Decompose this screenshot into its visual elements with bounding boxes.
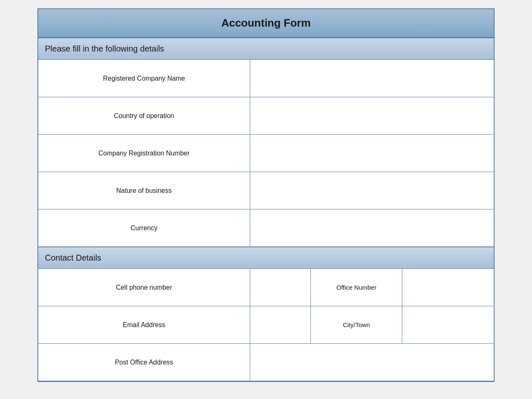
company-registration-number-input-cell [250,135,494,172]
nature-of-business-label: Nature of business [38,172,250,209]
country-of-operation-row: Country of operation [38,97,494,135]
email-address-input[interactable] [254,310,307,340]
email-address-input-cell [250,306,311,343]
company-registration-number-input[interactable] [254,138,490,168]
post-office-address-label: Post Office Address [38,344,250,381]
cell-phone-label: Cell phone number [38,269,250,306]
nature-of-business-row: Nature of business [38,172,494,209]
registered-company-name-row: Registered Company Name [38,60,494,97]
currency-row: Currency [38,209,494,247]
city-town-input-cell [402,306,494,343]
country-of-operation-input-cell [250,97,494,134]
office-number-input-cell [402,269,494,306]
currency-label: Currency [38,209,250,246]
city-town-label: City/Town [311,306,402,343]
registered-company-name-input-cell [250,60,494,97]
office-number-input[interactable] [406,272,490,303]
registered-company-name-input[interactable] [254,63,490,94]
country-of-operation-label: Country of operation [38,97,250,134]
cell-phone-office-row: Cell phone number Office Number [38,269,494,306]
form-title-row: Accounting Form [38,9,494,38]
cell-phone-input-cell [250,269,311,306]
currency-input[interactable] [254,213,490,243]
company-registration-number-row: Company Registration Number [38,135,494,172]
country-of-operation-input[interactable] [254,101,490,131]
section1-header: Please fill in the following details [38,38,494,60]
office-number-label: Office Number [311,269,402,306]
post-office-address-input-cell [250,344,494,381]
nature-of-business-input[interactable] [254,175,490,206]
company-registration-number-label: Company Registration Number [38,135,250,172]
city-town-input[interactable] [406,310,490,340]
cell-phone-input[interactable] [254,272,307,303]
accounting-form: Accounting Form Please fill in the follo… [37,8,495,382]
email-city-row: Email Address City/Town [38,306,494,344]
post-office-address-input[interactable] [254,347,490,377]
registered-company-name-label: Registered Company Name [38,60,250,97]
section2-header: Contact Details [38,247,494,269]
email-address-label: Email Address [38,306,250,343]
form-title: Accounting Form [221,17,310,29]
post-office-address-row: Post Office Address [38,344,494,381]
nature-of-business-input-cell [250,172,494,209]
currency-input-cell [250,209,494,246]
